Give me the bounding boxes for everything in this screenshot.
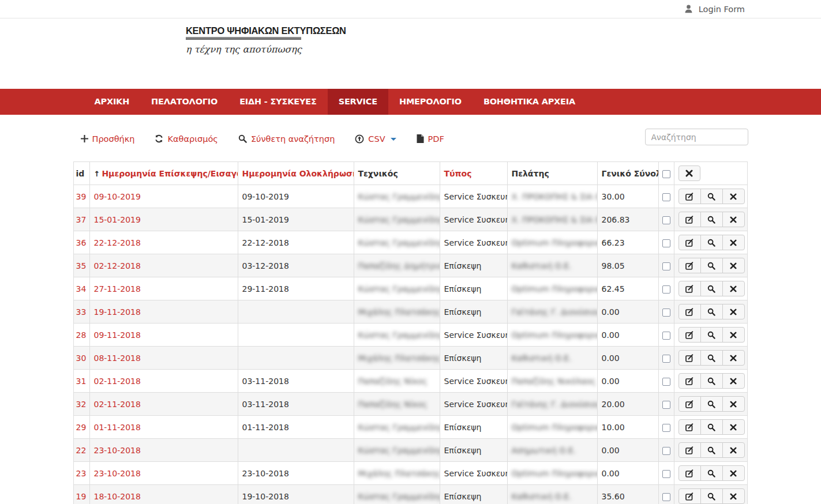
row-id-link[interactable]: 39 [76, 192, 87, 201]
view-row-button[interactable] [700, 350, 723, 366]
csv-export-button[interactable]: CSV [355, 134, 396, 144]
nav-item-service[interactable]: SERVICE [328, 89, 388, 115]
row-visit-date-link[interactable]: 23-10-2018 [94, 469, 141, 478]
row-visit-date-link[interactable]: 09-11-2018 [94, 330, 141, 340]
row-id-link[interactable]: 36 [76, 238, 87, 247]
row-select-checkbox[interactable] [662, 401, 670, 409]
delete-row-button[interactable] [722, 419, 745, 435]
row-visit-date-link[interactable]: 27-11-2018 [94, 284, 141, 294]
view-row-button[interactable] [700, 488, 723, 504]
delete-row-button[interactable] [722, 465, 745, 481]
row-visit-date-link[interactable]: 23-10-2018 [94, 446, 141, 455]
view-row-button[interactable] [700, 189, 723, 204]
row-id-link[interactable]: 30 [76, 353, 87, 363]
row-select-checkbox[interactable] [662, 193, 670, 201]
row-select-checkbox[interactable] [662, 424, 670, 432]
nav-item-voithitika-arxeia[interactable]: ΒΟΗΘΗΤΙΚΑ ΑΡΧΕΙΑ [473, 89, 586, 115]
edit-row-button[interactable] [678, 396, 701, 412]
row-id-link[interactable]: 37 [76, 215, 87, 224]
edit-row-button[interactable] [678, 488, 701, 504]
row-id-link[interactable]: 31 [76, 377, 87, 386]
delete-row-button[interactable] [722, 281, 745, 296]
row-visit-date-link[interactable]: 01-11-2018 [94, 423, 141, 432]
row-visit-date-link[interactable]: 08-11-2018 [94, 353, 141, 363]
delete-row-button[interactable] [722, 235, 745, 250]
row-select-checkbox[interactable] [662, 378, 670, 386]
row-select-checkbox[interactable] [662, 216, 670, 224]
edit-row-button[interactable] [678, 373, 701, 389]
delete-row-button[interactable] [722, 189, 745, 204]
view-row-button[interactable] [700, 465, 723, 481]
edit-row-button[interactable] [678, 281, 701, 296]
edit-row-button[interactable] [678, 442, 701, 458]
add-button[interactable]: Προσθήκη [81, 134, 135, 144]
row-select-checkbox[interactable] [662, 493, 670, 501]
search-input[interactable] [645, 129, 748, 145]
row-id-link[interactable]: 32 [76, 400, 87, 409]
row-visit-date-link[interactable]: 09-10-2019 [94, 192, 141, 201]
row-visit-date-link[interactable]: 02-11-2018 [94, 377, 141, 386]
edit-row-button[interactable] [678, 235, 701, 250]
view-row-button[interactable] [700, 281, 723, 296]
edit-row-button[interactable] [678, 189, 701, 204]
nav-item-arxiki[interactable]: ΑΡΧΙΚΗ [84, 89, 141, 115]
row-id-link[interactable]: 34 [76, 284, 87, 294]
edit-row-button[interactable] [678, 212, 701, 227]
delete-row-button[interactable] [722, 442, 745, 458]
delete-row-button[interactable] [722, 212, 745, 227]
view-row-button[interactable] [700, 235, 723, 250]
delete-row-button[interactable] [722, 396, 745, 412]
login-form-link[interactable]: Login Form [684, 4, 745, 14]
row-select-checkbox[interactable] [662, 355, 670, 363]
nav-item-imerologio[interactable]: ΗΜΕΡΟΛΟΓΙΟ [388, 89, 473, 115]
row-select-checkbox[interactable] [662, 309, 670, 317]
row-select-checkbox[interactable] [662, 262, 670, 270]
edit-row-button[interactable] [678, 258, 701, 273]
delete-row-button[interactable] [722, 373, 745, 389]
column-header-completion-date[interactable]: Ημερομηνία Ολοκλήρωσης [238, 162, 354, 185]
row-select-checkbox[interactable] [662, 332, 670, 340]
advanced-search-button[interactable]: Σύνθετη αναζήτηση [238, 134, 335, 144]
view-row-button[interactable] [700, 212, 723, 227]
row-select-checkbox[interactable] [662, 239, 670, 247]
row-id-link[interactable]: 23 [76, 469, 87, 478]
row-id-link[interactable]: 33 [76, 307, 87, 317]
nav-item-pelatologio[interactable]: ΠΕΛΑΤΟΛΟΓΙΟ [140, 89, 228, 115]
column-header-type[interactable]: Τύπος [440, 162, 507, 185]
delete-row-button[interactable] [722, 304, 745, 319]
row-visit-date-link[interactable]: 15-01-2019 [94, 215, 141, 224]
edit-row-button[interactable] [678, 327, 701, 343]
view-row-button[interactable] [700, 304, 723, 319]
view-row-button[interactable] [700, 442, 723, 458]
row-select-checkbox[interactable] [662, 447, 670, 455]
row-select-checkbox[interactable] [662, 285, 670, 294]
row-id-link[interactable]: 35 [76, 261, 87, 270]
clear-button[interactable]: Καθαρισμός [155, 134, 218, 144]
row-visit-date-link[interactable]: 22-12-2018 [94, 238, 141, 247]
nav-item-eidi-syskeves[interactable]: ΕΙΔΗ - ΣΥΣΚΕΥΕΣ [228, 89, 328, 115]
delete-row-button[interactable] [722, 327, 745, 343]
view-row-button[interactable] [700, 258, 723, 273]
column-header-visit-date[interactable]: ↑Ημερομηνία Επίσκεψης/Εισαγωγής [89, 162, 238, 185]
row-id-link[interactable]: 22 [76, 446, 87, 455]
view-row-button[interactable] [700, 396, 723, 412]
row-visit-date-link[interactable]: 02-12-2018 [94, 261, 141, 270]
row-id-link[interactable]: 28 [76, 330, 87, 340]
row-visit-date-link[interactable]: 02-11-2018 [94, 400, 141, 409]
delete-row-button[interactable] [722, 258, 745, 273]
view-row-button[interactable] [700, 419, 723, 435]
edit-row-button[interactable] [678, 350, 701, 366]
edit-row-button[interactable] [678, 304, 701, 319]
delete-row-button[interactable] [722, 350, 745, 366]
edit-row-button[interactable] [678, 419, 701, 435]
select-all-checkbox[interactable] [662, 170, 670, 178]
row-visit-date-link[interactable]: 19-11-2018 [94, 307, 141, 317]
delete-selected-button[interactable] [678, 166, 700, 181]
delete-row-button[interactable] [722, 488, 745, 504]
row-visit-date-link[interactable]: 18-10-2018 [94, 492, 141, 501]
row-id-link[interactable]: 29 [76, 423, 87, 432]
view-row-button[interactable] [700, 373, 723, 389]
edit-row-button[interactable] [678, 465, 701, 481]
pdf-export-button[interactable]: PDF [417, 134, 444, 144]
row-id-link[interactable]: 19 [76, 492, 87, 501]
